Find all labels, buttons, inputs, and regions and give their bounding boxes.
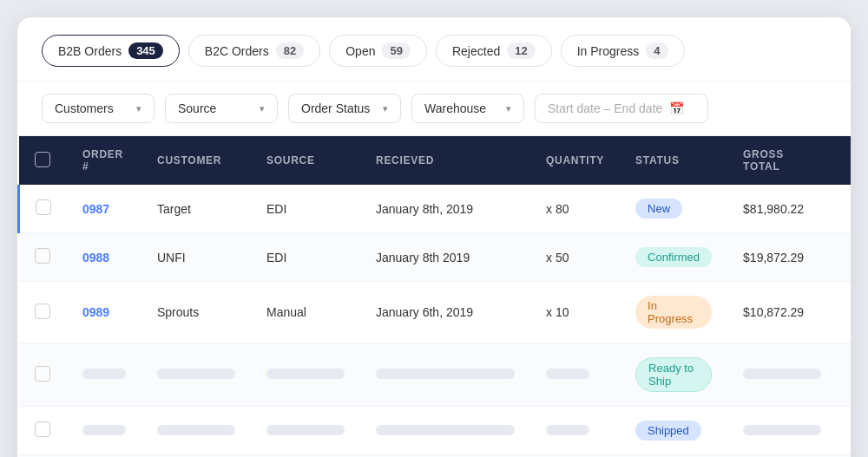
row-customer: [141, 343, 251, 407]
tab-rejected-count: 12: [507, 42, 535, 59]
row-order-number: 0987: [67, 185, 141, 233]
row-order-number: 0989: [67, 282, 141, 343]
row-status: Confirmed: [620, 233, 727, 282]
row-checkbox-cell: [19, 282, 68, 343]
warehouse-chevron-icon: ▾: [506, 103, 511, 114]
header-customer: CUSTOMER: [141, 136, 251, 185]
row-checkbox-cell: [19, 407, 68, 455]
tab-b2c-orders-count: 82: [276, 42, 304, 59]
header-received: RECIEVED: [360, 136, 530, 185]
tab-rejected[interactable]: Rejected 12: [436, 35, 552, 67]
tab-b2c-orders[interactable]: B2C Orders 82: [188, 35, 320, 67]
skeleton: [376, 425, 515, 435]
filter-bar: Customers ▾ Source ▾ Order Status ▾ Ware…: [17, 82, 851, 136]
row-quantity: [530, 343, 620, 407]
order-link[interactable]: 0989: [82, 305, 109, 319]
tab-in-progress-label: In Progress: [577, 44, 640, 58]
row-customer: Sprouts: [141, 282, 251, 343]
warehouse-filter[interactable]: Warehouse ▾: [411, 94, 524, 123]
row-gross-total: $19,872.29: [727, 233, 837, 282]
row-customer: UNFI: [141, 233, 251, 282]
order-status-filter-label: Order Status: [301, 101, 370, 115]
row-checkbox[interactable]: [36, 199, 51, 215]
row-source: EDI: [251, 233, 360, 282]
row-quantity: x 10: [530, 282, 620, 343]
source-chevron-icon: ▾: [260, 103, 265, 114]
source-filter-label: Source: [178, 101, 216, 115]
table-row: 0989SproutsManualJanuary 6th, 2019x 10In…: [19, 282, 852, 343]
tab-open[interactable]: Open 59: [329, 35, 427, 67]
row-order-number: 0988: [67, 233, 141, 282]
order-link[interactable]: 0987: [82, 202, 109, 216]
row-net-total: $8,304.90: [837, 282, 851, 343]
skeleton: [743, 369, 821, 379]
skeleton: [546, 425, 589, 435]
table-header-row: ORDER # CUSTOMER SOURCE RECIEVED QUANTIT…: [19, 136, 852, 185]
skeleton: [82, 425, 126, 435]
date-range-label: Start date – End date: [548, 101, 662, 115]
row-received: [360, 343, 530, 407]
row-status: In Progress: [620, 282, 727, 343]
header-source: SOURCE: [251, 136, 360, 185]
row-status: Shipped: [620, 407, 727, 455]
skeleton: [82, 369, 126, 379]
row-received: [360, 407, 530, 455]
tab-b2b-orders[interactable]: B2B Orders 345: [42, 35, 180, 67]
row-net-total: [837, 343, 851, 407]
skeleton: [743, 425, 821, 435]
warehouse-filter-label: Warehouse: [424, 101, 486, 115]
header-checkbox-col: [19, 136, 68, 185]
row-source: [251, 343, 360, 407]
row-customer: [141, 407, 251, 455]
row-checkbox-cell: [19, 185, 68, 233]
tab-in-progress[interactable]: In Progress 4: [561, 35, 685, 67]
row-net-total: $17,892.34: [837, 233, 851, 282]
tab-in-progress-count: 4: [646, 42, 667, 59]
row-order-number: [67, 407, 141, 455]
skeleton: [376, 369, 515, 379]
row-gross-total: [727, 343, 837, 407]
row-net-total: [837, 407, 851, 455]
row-checkbox[interactable]: [35, 304, 50, 319]
tab-open-count: 59: [382, 42, 410, 59]
row-quantity: [530, 407, 620, 455]
row-status: Ready to Ship: [620, 343, 727, 407]
row-checkbox[interactable]: [35, 421, 50, 437]
row-source: [251, 407, 360, 455]
header-net-total: NET TOTAL: [837, 136, 851, 185]
orders-table: ORDER # CUSTOMER SOURCE RECIEVED QUANTIT…: [17, 136, 851, 457]
header-checkbox[interactable]: [35, 152, 50, 167]
table-row: Ready to Ship: [19, 343, 852, 407]
tab-bar: B2B Orders 345 B2C Orders 82 Open 59 Rej…: [17, 17, 851, 82]
row-source: EDI: [251, 185, 360, 233]
row-received: January 8th 2019: [360, 233, 530, 282]
row-received: January 6th, 2019: [360, 282, 530, 343]
header-gross-total: GROSS TOTAL: [727, 136, 837, 185]
row-gross-total: $10,872.29: [727, 282, 837, 343]
table-row: 0988UNFIEDIJanuary 8th 2019x 50Confirmed…: [19, 233, 852, 282]
row-checkbox[interactable]: [35, 366, 50, 382]
row-order-number: [67, 343, 141, 407]
tab-b2b-orders-label: B2B Orders: [58, 44, 122, 58]
header-quantity: QUANTITY: [530, 136, 620, 185]
date-range-filter[interactable]: Start date – End date 📅: [535, 94, 708, 123]
skeleton: [157, 369, 235, 379]
row-quantity: x 50: [530, 233, 620, 282]
order-status-filter[interactable]: Order Status ▾: [288, 94, 401, 123]
row-checkbox[interactable]: [35, 248, 50, 264]
tab-b2c-orders-label: B2C Orders: [205, 44, 269, 58]
source-filter[interactable]: Source ▾: [165, 94, 278, 123]
row-checkbox-cell: [19, 343, 68, 407]
row-net-total: $98,332.10: [837, 185, 851, 233]
customers-filter[interactable]: Customers ▾: [42, 94, 155, 123]
row-gross-total: $81,980.22: [727, 185, 837, 233]
tab-rejected-label: Rejected: [452, 44, 500, 58]
row-customer: Target: [141, 185, 251, 233]
order-link[interactable]: 0988: [82, 251, 109, 264]
row-quantity: x 80: [530, 185, 620, 233]
header-status: STATUS: [620, 136, 727, 185]
tab-open-label: Open: [345, 44, 375, 58]
row-status: New: [620, 185, 727, 233]
row-source: Manual: [251, 282, 360, 343]
skeleton: [266, 369, 345, 379]
